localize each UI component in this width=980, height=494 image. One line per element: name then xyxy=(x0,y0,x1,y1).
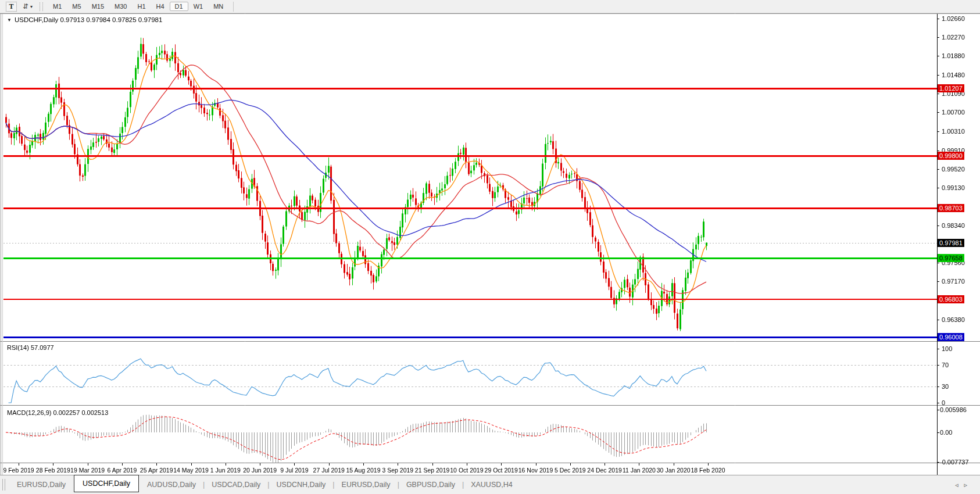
chart-title-symbol: USDCHF,Daily xyxy=(15,16,58,23)
chart-tab-eurusd-daily[interactable]: EURUSD,Daily xyxy=(9,481,74,489)
updown-arrows-icon: ⇵ xyxy=(23,2,28,10)
timeframe-button-group: M1M5M15M30H1H4D1W1MN xyxy=(48,3,228,10)
timeframe-button-h1[interactable]: H1 xyxy=(132,2,151,11)
chart-tab-gbpusd-daily[interactable]: GBPUSD,Daily xyxy=(398,481,463,489)
chart-tabs: EURUSD,DailyUSDCHF,DailyAUDUSD,Daily|USD… xyxy=(9,475,521,494)
cursor-style-button[interactable]: ⇵ ▾ xyxy=(23,2,33,10)
macd-panel-label: MACD(12,26,9) 0.002257 0.002513 xyxy=(7,409,108,416)
chart-title: ▼USDCHF,Daily 0.97913 0.97984 0.97825 0.… xyxy=(7,16,162,23)
price-chart-canvas[interactable] xyxy=(0,0,980,494)
timeframe-button-mn[interactable]: MN xyxy=(208,2,228,11)
timeframe-button-m30[interactable]: M30 xyxy=(109,2,132,11)
timeframe-button-m5[interactable]: M5 xyxy=(67,2,86,11)
chart-collapse-icon[interactable]: ▼ xyxy=(7,17,12,23)
chart-tab-audusd-daily[interactable]: AUDUSD,Daily xyxy=(139,481,204,489)
toolbar-grip xyxy=(40,2,43,11)
dropdown-caret-icon: ▾ xyxy=(30,4,33,9)
timeframe-button-m15[interactable]: M15 xyxy=(87,2,109,11)
chart-title-ohlc: 0.97913 0.97984 0.97825 0.97981 xyxy=(60,16,163,23)
timeframe-button-h4[interactable]: H4 xyxy=(151,2,170,11)
chart-tab-bar: EURUSD,DailyUSDCHF,DailyAUDUSD,Daily|USD… xyxy=(0,475,980,494)
text-tool-button[interactable]: T xyxy=(6,2,17,12)
chart-tab-xauusd-h4[interactable]: XAUUSD,H4 xyxy=(463,481,521,489)
tab-scroll-left-icon[interactable]: ◃ xyxy=(955,481,958,489)
chart-tab-usdcad-daily[interactable]: USDCAD,Daily xyxy=(203,481,269,489)
top-toolbar: T ⇵ ▾ M1M5M15M30H1H4D1W1MN xyxy=(0,0,980,13)
chart-tab-usdchf-daily[interactable]: USDCHF,Daily xyxy=(74,475,139,492)
chart-tab-usdcnh-daily[interactable]: USDCNH,Daily xyxy=(269,481,334,489)
chart-tab-eurusd-daily[interactable]: EURUSD,Daily xyxy=(334,481,399,489)
tab-scroll-arrows: ◃ ▹ xyxy=(955,481,967,489)
timeframe-button-w1[interactable]: W1 xyxy=(188,2,209,11)
timeframe-button-d1[interactable]: D1 xyxy=(170,2,188,11)
tabbar-grip xyxy=(2,479,5,491)
timeframe-button-m1[interactable]: M1 xyxy=(48,2,67,11)
toolbar-separator xyxy=(233,2,234,12)
rsi-panel-label: RSI(14) 57.0977 xyxy=(7,344,54,351)
tab-scroll-right-icon[interactable]: ▹ xyxy=(964,481,967,489)
